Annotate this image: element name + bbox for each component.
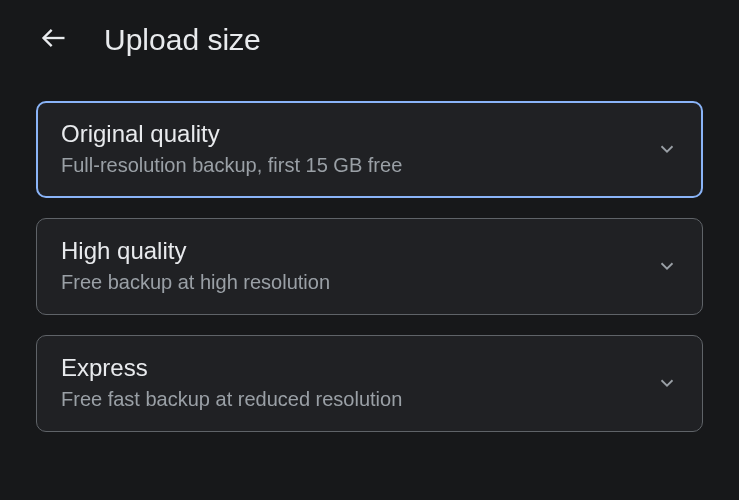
option-subtitle: Full-resolution backup, first 15 GB free	[61, 154, 402, 177]
option-high-quality[interactable]: High quality Free backup at high resolut…	[36, 218, 703, 315]
header: Upload size	[0, 0, 739, 83]
options-list: Original quality Full-resolution backup,…	[0, 83, 739, 432]
option-text: Express Free fast backup at reduced reso…	[61, 354, 402, 411]
option-title: Original quality	[61, 120, 402, 148]
option-subtitle: Free backup at high resolution	[61, 271, 330, 294]
chevron-down-icon	[656, 138, 678, 160]
option-subtitle: Free fast backup at reduced resolution	[61, 388, 402, 411]
chevron-down-icon	[656, 372, 678, 394]
option-title: High quality	[61, 237, 330, 265]
chevron-down-icon	[656, 255, 678, 277]
page-title: Upload size	[104, 23, 261, 57]
option-title: Express	[61, 354, 402, 382]
option-text: High quality Free backup at high resolut…	[61, 237, 330, 294]
back-button[interactable]	[36, 20, 72, 59]
option-express[interactable]: Express Free fast backup at reduced reso…	[36, 335, 703, 432]
option-original-quality[interactable]: Original quality Full-resolution backup,…	[36, 101, 703, 198]
option-text: Original quality Full-resolution backup,…	[61, 120, 402, 177]
back-arrow-icon	[40, 24, 68, 55]
